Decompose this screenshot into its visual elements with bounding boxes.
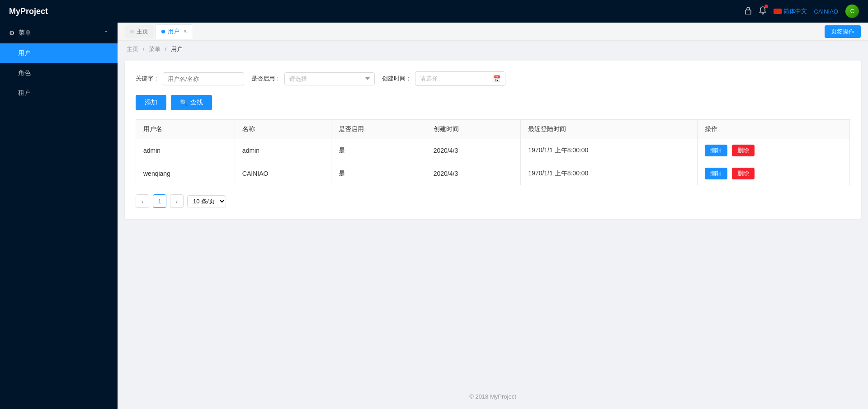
chevron-up-icon: ⌃ — [104, 30, 108, 36]
cell-enabled-0: 是 — [331, 139, 426, 162]
date-placeholder: 请选择 — [420, 75, 438, 83]
table-row: wenqiang CAINIAO 是 2020/4/3 1970/1/1 上午8… — [136, 162, 850, 185]
avatar[interactable]: C — [845, 5, 859, 18]
prev-page-button[interactable]: ‹ — [136, 194, 149, 208]
logo: MyProject — [9, 7, 48, 16]
breadcrumb: 主页 / 菜单 / 用户 — [118, 41, 868, 53]
search-button-label: 查找 — [190, 99, 203, 107]
cell-name-1: CAINIAO — [235, 162, 331, 185]
cell-lastlogin-0: 1970/1/1 上午8:00:00 — [521, 139, 698, 162]
sidebar-item-roles-label: 角色 — [18, 69, 31, 76]
add-button[interactable]: 添加 — [136, 95, 166, 110]
tab-users-dot — [161, 30, 165, 33]
filter-created: 创建时间： 请选择 📅 — [382, 71, 505, 86]
table-header-row: 用户名 名称 是否启用 创建时间 最近登陆时间 操作 — [136, 120, 850, 139]
enabled-select[interactable]: 请选择 是 否 — [284, 72, 375, 85]
col-created: 创建时间 — [426, 120, 521, 139]
delete-button-1[interactable]: 删除 — [732, 168, 755, 179]
tab-users-label: 用户 — [168, 28, 179, 36]
pagination: ‹ 1 › 10 条/页 20 条/页 50 条/页 — [136, 194, 850, 208]
gear-icon: ⚙ — [9, 29, 15, 37]
edit-button-0[interactable]: 编辑 — [705, 145, 727, 156]
created-label: 创建时间： — [382, 75, 411, 83]
filter-keyword: 关键字： — [136, 72, 244, 85]
footer: © 2018 MyProject — [118, 384, 868, 409]
sidebar-menu-label: 菜单 — [19, 29, 31, 37]
bell-icon[interactable] — [759, 6, 766, 16]
tab-users[interactable]: 用户 ✕ — [156, 24, 193, 39]
sidebar-menu-header[interactable]: ⚙ 菜单 ⌃ — [0, 23, 118, 43]
cell-username-0: admin — [136, 139, 235, 162]
main-content: 主页 用户 ✕ 页签操作 主页 / 菜单 / 用户 — [118, 23, 868, 409]
avatar-text: C — [850, 8, 854, 14]
sidebar-item-tenants[interactable]: 租户 — [0, 83, 118, 103]
sidebar-item-roles[interactable]: 角色 — [0, 63, 118, 83]
search-icon: 🔍 — [180, 99, 188, 106]
data-table: 用户名 名称 是否启用 创建时间 最近登陆时间 操作 admin admin 是… — [136, 119, 850, 185]
filter-enabled: 是否启用： 请选择 是 否 — [251, 72, 375, 85]
sidebar-item-users-label: 用户 — [18, 49, 31, 56]
current-page-button[interactable]: 1 — [153, 194, 166, 208]
cell-name-0: admin — [235, 139, 331, 162]
cn-flag-icon — [774, 9, 782, 14]
language-label: 简体中文 — [783, 7, 807, 15]
footer-text: © 2018 MyProject — [469, 393, 516, 400]
sidebar-item-tenants-label: 租户 — [18, 89, 31, 96]
breadcrumb-sep-2: / — [165, 46, 167, 52]
created-date-picker[interactable]: 请选择 📅 — [415, 71, 505, 86]
tab-home-label: 主页 — [137, 28, 148, 36]
cell-enabled-1: 是 — [331, 162, 426, 185]
topbar: 主页 用户 ✕ 页签操作 — [118, 23, 868, 41]
topbar-actions: 页签操作 — [825, 25, 861, 38]
keyword-label: 关键字： — [136, 75, 159, 83]
sidebar-item-users[interactable]: 用户 — [0, 43, 118, 63]
cell-ops-0: 编辑 删除 — [698, 139, 850, 162]
tab-home[interactable]: 主页 — [125, 25, 154, 38]
breadcrumb-sep-1: / — [143, 46, 145, 52]
language-selector[interactable]: 简体中文 — [774, 7, 807, 15]
next-page-button[interactable]: › — [170, 194, 184, 208]
delete-button-0[interactable]: 删除 — [732, 145, 755, 156]
search-button[interactable]: 🔍 查找 — [171, 95, 212, 110]
username-label[interactable]: CAINIAO — [814, 8, 838, 15]
col-username: 用户名 — [136, 120, 235, 139]
notification-badge — [764, 5, 768, 8]
col-name: 名称 — [235, 120, 331, 139]
col-last-login: 最近登陆时间 — [521, 120, 698, 139]
header-right: 简体中文 CAINIAO C — [745, 5, 859, 18]
tab-home-dot — [130, 30, 134, 33]
sidebar: ⚙ 菜单 ⌃ 用户 角色 租户 — [0, 23, 118, 409]
topbar-tabs: 主页 用户 ✕ — [125, 24, 193, 39]
table-header: 用户名 名称 是否启用 创建时间 最近登陆时间 操作 — [136, 120, 850, 139]
cell-created-1: 2020/4/3 — [426, 162, 521, 185]
col-enabled: 是否启用 — [331, 120, 426, 139]
breadcrumb-current: 用户 — [171, 46, 183, 52]
action-bar: 添加 🔍 查找 — [136, 95, 850, 110]
keyword-input[interactable] — [163, 72, 244, 85]
content-area: 关键字： 是否启用： 请选择 是 否 创建时间： 请选择 📅 — [125, 61, 861, 219]
page-size-select[interactable]: 10 条/页 20 条/页 50 条/页 — [187, 195, 226, 207]
table-body: admin admin 是 2020/4/3 1970/1/1 上午8:00:0… — [136, 139, 850, 185]
calendar-icon: 📅 — [493, 75, 500, 82]
cell-lastlogin-1: 1970/1/1 上午8:00:00 — [521, 162, 698, 185]
tab-close-icon[interactable]: ✕ — [183, 28, 187, 34]
header: MyProject 简体中文 CAINIAO C — [0, 0, 868, 23]
cell-created-0: 2020/4/3 — [426, 139, 521, 162]
cell-username-1: wenqiang — [136, 162, 235, 185]
filter-bar: 关键字： 是否启用： 请选择 是 否 创建时间： 请选择 📅 — [136, 71, 850, 86]
sidebar-menu-left: ⚙ 菜单 — [9, 29, 31, 37]
breadcrumb-home[interactable]: 主页 — [127, 46, 138, 52]
table-row: admin admin 是 2020/4/3 1970/1/1 上午8:00:0… — [136, 139, 850, 162]
cell-ops-1: 编辑 删除 — [698, 162, 850, 185]
svg-point-1 — [762, 13, 763, 14]
col-actions: 操作 — [698, 120, 850, 139]
lock-icon[interactable] — [745, 6, 752, 16]
enabled-label: 是否启用： — [251, 75, 281, 83]
page-ops-button[interactable]: 页签操作 — [825, 25, 861, 38]
svg-rect-0 — [745, 10, 751, 14]
edit-button-1[interactable]: 编辑 — [705, 168, 727, 179]
layout: ⚙ 菜单 ⌃ 用户 角色 租户 主页 用户 — [0, 23, 868, 409]
breadcrumb-menu[interactable]: 菜单 — [149, 46, 160, 52]
